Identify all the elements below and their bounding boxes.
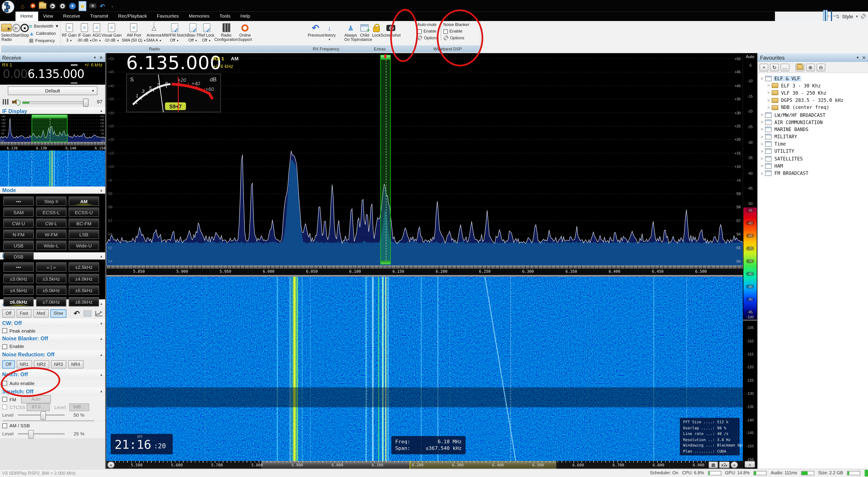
ribbon-item-stop-button[interactable]: ■Stop	[21, 22, 29, 38]
palette-button[interactable]: »	[745, 461, 755, 468]
tree-item-military[interactable]: >MILITARY	[758, 133, 868, 140]
snapshot-icon[interactable]	[89, 2, 96, 10]
tree-item-vlf-30-250-khz[interactable]: >VLF 30 - 250 Khz	[758, 89, 868, 96]
tuning-band-selector[interactable]	[380, 55, 391, 264]
agc-button-off[interactable]: Off	[2, 309, 15, 317]
if-waterfall[interactable]	[0, 151, 105, 186]
button-4-0khz[interactable]: ±4.0kHz	[69, 274, 99, 283]
ribbon-item-bandwidth[interactable]: ≈Bandwidth▼	[29, 23, 59, 29]
nr-button-off[interactable]: Off	[2, 360, 15, 368]
spectrum-display[interactable]: 6.135.000 RX 1AM +/- 6 kHz S dB 1	[106, 53, 743, 265]
nr-button-nr1[interactable]: NR1	[16, 360, 32, 368]
tree-item-ham[interactable]: >HAM	[758, 162, 868, 169]
collapsed-arrow-icon[interactable]: >	[760, 134, 765, 139]
collapsed-arrow-icon[interactable]: >	[766, 90, 771, 95]
agc-button-med[interactable]: Med	[33, 309, 49, 317]
button-[interactable]: •••	[3, 262, 34, 272]
ribbon-item-agc[interactable]: ≡AGCOn ▼	[92, 22, 101, 43]
squelch-level-slider[interactable]	[18, 411, 65, 419]
fav-open-folder-icon[interactable]	[796, 63, 804, 71]
menu-tab-rec-playback[interactable]: Rec/Playback	[113, 11, 152, 21]
button-cw-u[interactable]: CW-U	[3, 219, 34, 228]
if-collapse-icon[interactable]: ▲	[100, 109, 103, 112]
squelch-fm-checkbox[interactable]	[2, 397, 7, 402]
button-8-0khz[interactable]: ±8.0kHz	[69, 297, 99, 307]
ribbon-item-mwfm-notch[interactable]: MW/FM NotchOff ▼	[162, 22, 187, 43]
nr-collapse-icon[interactable]: ▲	[100, 353, 103, 356]
collapsed-arrow-icon[interactable]: >	[766, 105, 771, 110]
button-usb[interactable]: USB	[3, 241, 34, 250]
ribbon-item-start-button[interactable]: ▶Start	[12, 22, 21, 38]
peak-enable-checkbox[interactable]	[2, 328, 7, 333]
button-ecss-l[interactable]: ECSS-L	[36, 208, 66, 217]
if-band-selector[interactable]	[32, 115, 68, 142]
stop-icon[interactable]: ■	[59, 2, 66, 10]
home-icon[interactable]: ⌂	[19, 2, 26, 10]
volume-slider[interactable]	[22, 98, 91, 105]
menu-tab-favourites[interactable]: Favourites	[152, 11, 184, 21]
collapsed-arrow-icon[interactable]: >	[760, 163, 765, 168]
fav-zoom-in-icon[interactable]: ⊕	[806, 63, 815, 71]
ribbon-item-history[interactable]: ↓History▼	[323, 22, 336, 41]
ribbon-item-rf-gain[interactable]: ≡RF Gain3 ▼	[62, 22, 77, 43]
squelch-collapse-icon[interactable]: ▲	[100, 389, 103, 393]
tree-item-satellites[interactable]: >SATELLITES	[758, 155, 868, 162]
cw-collapse-icon[interactable]: ▲	[100, 321, 103, 325]
ctcss-tone-dropdown[interactable]: 67.0⌄	[27, 403, 50, 411]
button-3-0khz[interactable]: ±3.0kHz	[3, 274, 34, 283]
button-w-fm[interactable]: W-FM	[36, 230, 66, 239]
nr-button-nr3[interactable]: NR3	[51, 360, 66, 368]
button-ecss-u[interactable]: ECSS-U	[69, 208, 99, 217]
collapsed-arrow-icon[interactable]: >	[760, 156, 765, 161]
button-lsb[interactable]: LSB	[69, 230, 99, 239]
nb-collapse-icon[interactable]: ▲	[100, 337, 103, 340]
button-6-0khz[interactable]: ±6.0kHz	[3, 297, 34, 307]
expanded-arrow-icon[interactable]: v	[760, 76, 765, 81]
style-menu[interactable]: Style	[842, 13, 853, 19]
vfo-frequency[interactable]: 6.135.000	[126, 53, 221, 74]
collapsed-arrow-icon[interactable]: >	[760, 120, 765, 125]
button-5-0khz[interactable]: ±5.0kHz	[36, 286, 66, 295]
collapsed-arrow-icon[interactable]: >	[760, 149, 765, 154]
collapse-ribbon-icon[interactable]: ⇅	[836, 13, 840, 19]
keyboard-entry-button[interactable]: ▦	[709, 462, 718, 468]
tree-item-fm-broadcast[interactable]: >FM BROADCAST	[758, 169, 868, 177]
equalizer-icon[interactable]	[3, 99, 9, 104]
waterfall-display[interactable]: UTC 21:16 :20 Freq:6.18 MHz Span:±367.54…	[106, 277, 743, 461]
button-n-fm[interactable]: N-FM	[3, 230, 34, 239]
fav-zoom-out-icon[interactable]: ⊖	[816, 63, 825, 71]
ribbon-item-select-radio[interactable]: SelectRadio	[1, 22, 12, 42]
ribbon-item-ref-lock[interactable]: Ref LockOff ▼	[199, 22, 214, 43]
menu-tab-receive[interactable]: Receive	[58, 11, 85, 21]
ribbon-item-child-instance[interactable]: ChildInstance	[357, 22, 372, 42]
ribbon-item-if-gain[interactable]: ≡IF Gain-30 dB ▼	[76, 22, 92, 43]
scroll-right-button[interactable]: »	[731, 462, 738, 468]
if-spectrum[interactable]: +50+50+40+40+30+30+20+20+10+10S9S9S7S7S5…	[0, 114, 105, 142]
button-bc-fm[interactable]: BC-FM	[69, 219, 99, 228]
collapsed-arrow-icon[interactable]: >	[766, 83, 771, 88]
button-am[interactable]: AM	[69, 196, 99, 206]
ctcss-checkbox[interactable]	[2, 405, 7, 409]
speaker-icon[interactable]	[12, 99, 19, 104]
ribbon-item-always-on-top[interactable]: ♟AlwaysOn Top	[344, 22, 357, 42]
ribbon-item-am-port[interactable]: ≡AM PortSMA (50 Ω) ▼	[122, 22, 146, 43]
mode-collapse-icon[interactable]: ▲	[100, 188, 103, 192]
style-caret-icon[interactable]: ▼	[855, 15, 859, 18]
button-wide-u[interactable]: Wide-U	[69, 241, 99, 250]
app-logo-icon[interactable]	[2, 0, 14, 13]
button-2-5khz[interactable]: ±2.5kHz	[69, 262, 99, 272]
undo-icon[interactable]: ↶	[98, 2, 106, 10]
tree-item-lw-mw-hf-broadcast[interactable]: >LW/MW/HF BROADCAST	[758, 111, 868, 118]
rx-frequency-display[interactable]: RX 1 +/- 6 kHz 0.006.135.000	[0, 62, 105, 85]
receive-collapse-icon[interactable]: ▼	[93, 56, 96, 59]
button-cw-l[interactable]: CW-L	[36, 219, 66, 228]
profile-dropdown[interactable]: Default▼	[8, 86, 97, 95]
button-step[interactable]: Step ≡	[36, 196, 66, 206]
am-ssb-checkbox[interactable]	[2, 423, 7, 428]
favourites-close-icon[interactable]: ✕	[862, 55, 866, 60]
agc-graph-icon[interactable]	[95, 310, 103, 316]
receive-close-icon[interactable]: ✕	[99, 55, 103, 60]
auto-mute-enable-checkbox[interactable]	[417, 29, 422, 34]
ribbon-item-frequency[interactable]: ▦Frequency	[29, 37, 59, 43]
collapsed-arrow-icon[interactable]: >	[760, 171, 765, 176]
